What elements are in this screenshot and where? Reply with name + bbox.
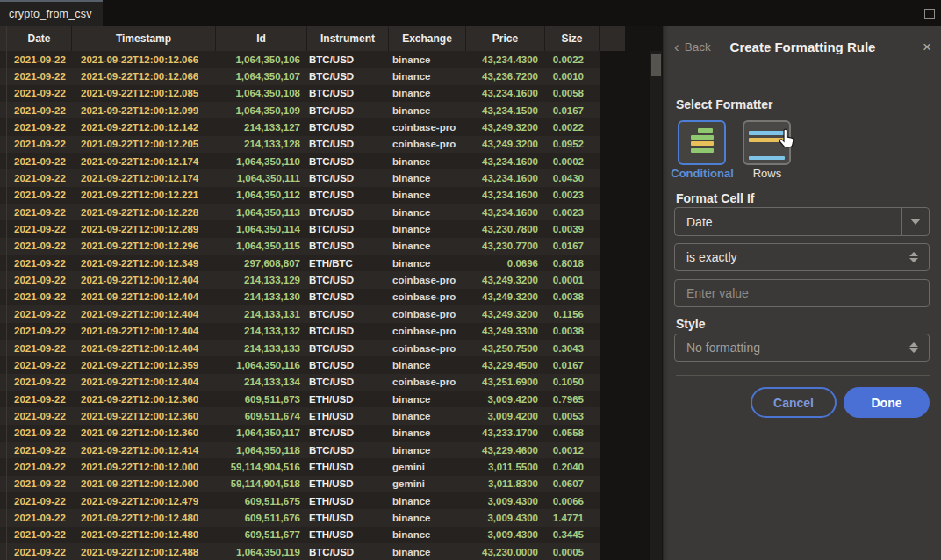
table-row[interactable]: 2021-09-222021-09-22T12:00:12.404214,133… xyxy=(0,289,600,305)
row-gutter xyxy=(0,458,7,475)
column-header-instrument[interactable]: Instrument xyxy=(307,26,389,51)
column-header-timestamp[interactable]: Timestamp xyxy=(72,26,216,51)
cell: 0.0167 xyxy=(545,356,600,373)
column-header-date[interactable]: Date xyxy=(7,26,72,51)
table-row[interactable]: 2021-09-222021-09-22T12:00:12.1741,064,3… xyxy=(0,169,600,186)
cell: 43,234.1600 xyxy=(466,153,545,169)
table-row[interactable]: 2021-09-222021-09-22T12:00:12.404214,133… xyxy=(0,374,600,391)
cell: 2021-09-22 xyxy=(7,374,72,391)
operator-select[interactable]: is exactly xyxy=(674,243,930,271)
cell: 2021-09-22T12:00:12.142 xyxy=(72,118,216,135)
cell: 0.0058 xyxy=(545,85,600,102)
column-header-size[interactable]: Size xyxy=(545,26,600,51)
vertical-scrollbar[interactable] xyxy=(650,51,662,560)
cell: 0.0010 xyxy=(545,68,600,84)
style-select[interactable]: No formatting xyxy=(674,334,930,362)
cell: 1,064,350,110 xyxy=(216,153,307,169)
table-row[interactable]: 2021-09-222021-09-22T12:00:12.479609,511… xyxy=(0,492,600,509)
cell: 2021-09-22T12:00:12.360 xyxy=(72,425,216,442)
table-row[interactable]: 2021-09-222021-09-22T12:00:12.0991,064,3… xyxy=(0,102,600,118)
column-header-exchange[interactable]: Exchange xyxy=(389,26,466,51)
table-row[interactable]: 2021-09-222021-09-22T12:00:12.404214,133… xyxy=(0,323,600,340)
cell: 43,234.1600 xyxy=(466,204,545,220)
style-select-value: No formatting xyxy=(675,341,760,355)
table-row[interactable]: 2021-09-222021-09-22T12:00:12.0851,064,3… xyxy=(0,85,600,102)
dropdown-arrow-segment xyxy=(901,208,929,235)
cell: 43,234.1600 xyxy=(466,85,545,102)
cell: BTC/USD xyxy=(307,374,389,391)
cell: 2021-09-22T12:00:12.205 xyxy=(72,136,216,153)
cell: 2021-09-22T12:00:12.480 xyxy=(72,509,216,526)
row-gutter xyxy=(0,271,7,288)
table-row[interactable]: 2021-09-222021-09-22T12:00:12.0661,064,3… xyxy=(0,51,600,68)
cell: 2021-09-22 xyxy=(7,153,72,169)
cell: 2021-09-22 xyxy=(7,255,72,271)
table-row[interactable]: 2021-09-222021-09-22T12:00:12.360609,511… xyxy=(0,391,600,407)
table-row[interactable]: 2021-09-222021-09-22T12:00:12.480609,511… xyxy=(0,509,600,526)
table-row[interactable]: 2021-09-222021-09-22T12:00:12.3591,064,3… xyxy=(0,356,600,373)
cell: 2021-09-22T12:00:12.221 xyxy=(72,187,216,204)
cell: BTC/USD xyxy=(307,543,389,560)
table-row[interactable]: 2021-09-222021-09-22T12:00:12.205214,133… xyxy=(0,136,600,153)
cell: 2021-09-22 xyxy=(7,305,72,322)
table-row[interactable]: 2021-09-222021-09-22T12:00:12.404214,133… xyxy=(0,271,600,288)
scrollbar-thumb[interactable] xyxy=(651,54,661,76)
cell: 214,133,134 xyxy=(216,374,307,391)
table-row[interactable]: 2021-09-222021-09-22T12:00:12.2281,064,3… xyxy=(0,204,600,220)
column-select[interactable]: Date xyxy=(674,207,930,236)
cell: 43,229.4600 xyxy=(466,442,545,458)
table-row[interactable]: 2021-09-222021-09-22T12:00:12.3601,064,3… xyxy=(0,425,600,442)
table-row[interactable]: 2021-09-222021-09-22T12:00:12.4141,064,3… xyxy=(0,442,600,458)
table-body: 2021-09-222021-09-22T12:00:12.0661,064,3… xyxy=(0,51,600,560)
row-gutter xyxy=(0,238,7,255)
cell: 214,133,130 xyxy=(216,289,307,305)
cell: coinbase-pro xyxy=(389,305,466,322)
cell: BTC/USD xyxy=(307,289,389,305)
row-gutter xyxy=(0,391,7,407)
cell: 43,250.7500 xyxy=(466,340,545,356)
value-input[interactable] xyxy=(675,280,929,306)
table-row[interactable]: 2021-09-222021-09-22T12:00:12.2891,064,3… xyxy=(0,220,600,237)
table-row[interactable]: 2021-09-222021-09-22T12:00:12.404214,133… xyxy=(0,305,600,322)
cell: 2021-09-22T12:00:12.000 xyxy=(72,476,216,492)
back-button[interactable]: ‹ Back xyxy=(674,39,711,54)
column-header-price[interactable]: Price xyxy=(466,26,545,51)
cell: 609,511,677 xyxy=(216,527,307,543)
cell: binance xyxy=(389,238,466,255)
cell: 43,249.3200 xyxy=(466,289,545,305)
column-header-id[interactable]: Id xyxy=(216,26,307,51)
done-button[interactable]: Done xyxy=(844,387,930,418)
table-row[interactable]: 2021-09-222021-09-22T12:00:12.00059,114,… xyxy=(0,476,600,492)
conditional-formatter-icon xyxy=(679,128,724,153)
cell: binance xyxy=(389,102,466,118)
cancel-button[interactable]: Cancel xyxy=(751,387,837,418)
table-row[interactable]: 2021-09-222021-09-22T12:00:12.0661,064,3… xyxy=(0,68,600,84)
table-row[interactable]: 2021-09-222021-09-22T12:00:12.349297,608… xyxy=(0,255,600,271)
maximize-icon[interactable] xyxy=(924,9,935,19)
cell: BTC/USD xyxy=(307,271,389,288)
cell: 2021-09-22T12:00:12.174 xyxy=(72,169,216,186)
cell: 43,234.1500 xyxy=(466,102,545,118)
app-window: crypto_from_csv DateTimestampIdInstrumen… xyxy=(0,0,941,560)
table-row[interactable]: 2021-09-222021-09-22T12:00:12.4881,064,3… xyxy=(0,543,600,560)
formatter-option-conditional[interactable] xyxy=(678,120,726,165)
cell: 2021-09-22T12:00:12.404 xyxy=(72,340,216,356)
table-row[interactable]: 2021-09-222021-09-22T12:00:12.2211,064,3… xyxy=(0,187,600,204)
cell: BTC/USD xyxy=(307,118,389,135)
panel-edge-shadow xyxy=(664,26,669,560)
cell: 2021-09-22T12:00:12.000 xyxy=(72,458,216,475)
value-field-wrap xyxy=(674,279,930,307)
table-row[interactable]: 2021-09-222021-09-22T12:00:12.1741,064,3… xyxy=(0,153,600,169)
tab-crypto-from-csv[interactable]: crypto_from_csv xyxy=(0,0,103,26)
mouse-cursor-hand-icon xyxy=(778,128,796,154)
table-row[interactable]: 2021-09-222021-09-22T12:00:12.404214,133… xyxy=(0,340,600,356)
table-row[interactable]: 2021-09-222021-09-22T12:00:12.00059,114,… xyxy=(0,458,600,475)
cell: BTC/USD xyxy=(307,305,389,322)
table-row[interactable]: 2021-09-222021-09-22T12:00:12.360609,511… xyxy=(0,407,600,424)
close-icon[interactable]: × xyxy=(923,39,931,54)
table-row[interactable]: 2021-09-222021-09-22T12:00:12.142214,133… xyxy=(0,118,600,135)
table-row[interactable]: 2021-09-222021-09-22T12:00:12.480609,511… xyxy=(0,527,600,543)
table-row[interactable]: 2021-09-222021-09-22T12:00:12.2961,064,3… xyxy=(0,238,600,255)
cell: 43,251.6900 xyxy=(466,374,545,391)
cell: 2021-09-22 xyxy=(7,169,72,186)
